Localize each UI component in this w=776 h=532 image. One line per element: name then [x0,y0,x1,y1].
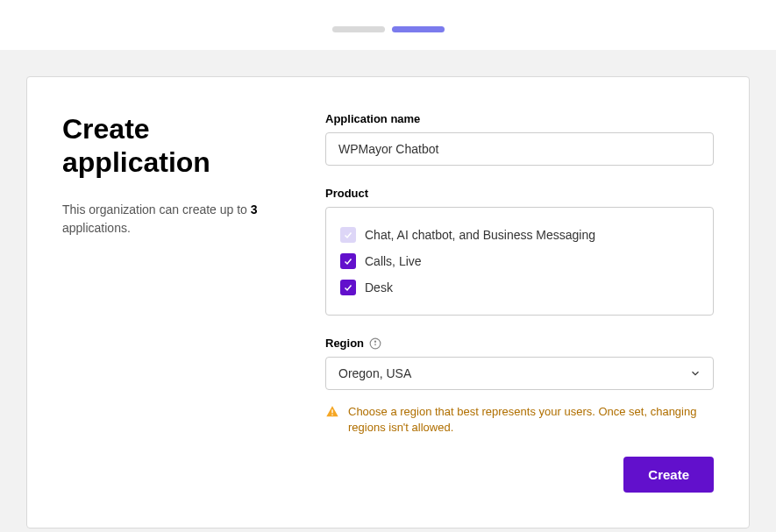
product-option-label: Calls, Live [365,254,422,268]
create-button[interactable]: Create [623,457,714,493]
region-label: Region [325,337,714,350]
checkbox-icon [340,227,356,243]
product-label: Product [325,187,714,200]
app-name-input[interactable] [325,132,714,166]
region-select-wrapper: Oregon, USA [325,357,714,390]
page-title: Create application [62,112,290,180]
product-option-label: Chat, AI chatbot, and Business Messaging [365,228,595,242]
region-select[interactable]: Oregon, USA [325,357,714,390]
product-option-calls[interactable]: Calls, Live [340,248,699,274]
product-option-desk[interactable]: Desk [340,274,699,301]
region-warning-text: Choose a region that best represents you… [348,404,714,436]
form-column: Application name Product Chat, AI chatbo… [325,112,714,493]
progress-step-1 [332,26,385,32]
left-column: Create application This organization can… [62,112,290,493]
svg-rect-3 [331,409,332,413]
warning-icon [325,405,339,419]
progress-bar [0,0,776,50]
checkbox-icon [340,253,356,269]
subtitle-post: applications. [62,221,131,235]
create-application-card: Create application This organization can… [26,76,750,528]
product-option-chat[interactable]: Chat, AI chatbot, and Business Messaging [340,222,699,248]
region-label-text: Region [325,337,364,350]
product-options-box: Chat, AI chatbot, and Business Messaging… [325,207,714,316]
svg-point-2 [374,341,375,342]
app-name-label: Application name [325,112,714,125]
subtitle-count: 3 [251,202,258,216]
checkbox-icon [340,280,356,295]
page-background: Create application This organization can… [0,50,776,532]
info-icon [369,337,381,350]
subtitle: This organization can create up to 3 app… [62,201,290,238]
subtitle-pre: This organization can create up to [62,202,251,216]
button-row: Create [325,457,714,493]
progress-step-2 [392,26,445,32]
region-warning: Choose a region that best represents you… [325,404,714,436]
product-option-label: Desk [365,280,393,294]
svg-rect-4 [331,415,332,415]
